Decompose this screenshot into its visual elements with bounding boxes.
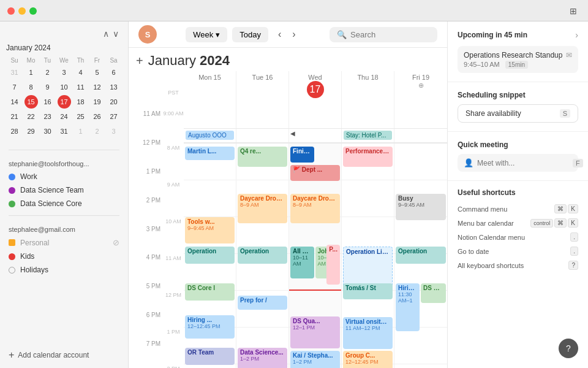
mini-cal-day[interactable]: 25 xyxy=(74,110,88,123)
mini-cal-day[interactable]: 11 xyxy=(74,80,88,94)
mini-cal-day[interactable]: 1 xyxy=(24,66,38,79)
event-prep-for[interactable]: Prep for / xyxy=(238,296,287,310)
calendar-main: S Week ▾ Today ‹ › 🔍 xyxy=(129,21,447,368)
event-hiring-mon[interactable]: Hiring ... 12–12:45 PM xyxy=(185,315,235,339)
mini-cal-day[interactable]: 27 xyxy=(107,110,121,123)
mini-cal-day[interactable]: 4 xyxy=(74,66,88,79)
mini-cal-day[interactable]: 10 xyxy=(58,80,71,94)
mini-cal-day[interactable]: 26 xyxy=(91,110,104,123)
add-calendar-button[interactable]: + Add calendar account xyxy=(0,347,128,363)
minimize-button[interactable] xyxy=(18,7,26,15)
event-tomas-st[interactable]: Tomás / St xyxy=(343,283,393,299)
mini-cal-day[interactable]: 29 xyxy=(24,125,38,138)
event-kai-stepha[interactable]: Kai / Stepha... 1–2 PM xyxy=(290,351,340,368)
add-fri-button[interactable]: ⊕ xyxy=(418,82,424,90)
mini-cal-next[interactable]: ∨ xyxy=(111,29,121,39)
event-ds-core-mon[interactable]: DS Core l xyxy=(185,283,235,301)
mini-cal-day[interactable]: 23 xyxy=(41,110,55,123)
mini-cal-prev[interactable]: ∧ xyxy=(101,29,111,39)
all-day-event-hotel[interactable]: Stay: Hotel P... xyxy=(344,131,392,140)
today-button[interactable]: Today xyxy=(232,27,268,42)
event-finish-p[interactable]: Finish p... xyxy=(290,147,314,163)
event-operation-fri[interactable]: Operation xyxy=(396,247,446,264)
split-view-button[interactable]: ⊞ xyxy=(566,5,581,17)
event-all-hands[interactable]: All Hands 10–11 AM xyxy=(290,247,314,278)
mini-cal-day[interactable]: 9 xyxy=(41,80,55,94)
mini-cal-day[interactable]: 21 xyxy=(8,110,21,123)
event-or-team[interactable]: OR Team xyxy=(185,348,235,365)
week-selector[interactable]: Week ▾ xyxy=(186,27,227,42)
mini-cal-day[interactable]: 30 xyxy=(41,125,55,138)
event-p-wed[interactable]: P... xyxy=(326,245,340,285)
search-input[interactable] xyxy=(350,30,430,39)
event-operation-tue[interactable]: Operation xyxy=(238,247,287,264)
close-button[interactable] xyxy=(7,7,15,15)
event-tools-w[interactable]: Tools w... 9–9:45 AM xyxy=(185,217,235,243)
calendar-holidays[interactable]: Holidays xyxy=(0,263,128,277)
mini-cal-day[interactable]: 8 xyxy=(24,80,38,94)
event-daycare-wed[interactable]: Daycare Dropoff 8–9 AM xyxy=(290,194,340,223)
event-performance-review[interactable]: Performance review talk... xyxy=(343,147,393,167)
mini-cal-day[interactable]: 12 xyxy=(91,80,104,94)
add-event-button[interactable]: + xyxy=(136,54,143,68)
event-virtual-onsite[interactable]: Virtual onsite ... 11 AM–12 PM xyxy=(343,317,393,349)
mini-cal-day[interactable]: 2 xyxy=(91,125,104,138)
shortcuts-title: Useful shortcuts xyxy=(458,188,578,197)
event-operation-mon[interactable]: Operation xyxy=(185,247,235,264)
all-day-cells: Augusto OOO ◀ Stay: Hotel P... xyxy=(184,129,447,144)
mini-cal-day[interactable]: 31 xyxy=(58,125,71,138)
calendar-work[interactable]: Work xyxy=(0,170,128,183)
search-box[interactable]: 🔍 xyxy=(330,27,437,42)
mini-cal-day-17-today[interactable]: 17 xyxy=(58,95,71,109)
next-week-button[interactable]: › xyxy=(287,26,300,42)
mini-cal-day[interactable]: 14 xyxy=(8,95,21,109)
day-col-wed: Finish p... 🚩 Dept ... Daycare Dropoff 8… xyxy=(289,144,342,368)
mini-cal-day[interactable]: 22 xyxy=(24,110,38,123)
mini-cal-day[interactable]: 19 xyxy=(91,95,104,109)
mini-cal-day[interactable]: 18 xyxy=(74,95,88,109)
event-ds-qua[interactable]: DS Qua... 12–1 PM xyxy=(290,316,340,348)
work-cal-dot xyxy=(9,174,15,180)
meet-with-input[interactable] xyxy=(477,159,569,167)
mini-cal-day[interactable]: 3 xyxy=(107,125,121,138)
mini-cal-day[interactable]: 6 xyxy=(107,66,121,79)
mini-cal-day[interactable]: 20 xyxy=(107,95,121,109)
event-daycare-tue[interactable]: Daycare Dropoff 8–9 AM xyxy=(238,194,287,223)
calendar-kids[interactable]: Kids xyxy=(0,250,128,263)
help-button[interactable]: ? xyxy=(559,339,578,358)
personal-toggle-icon[interactable]: ⊘ xyxy=(113,238,119,247)
event-hiring-manage[interactable]: Hiring Manage... 11:30 AM–1 xyxy=(396,283,420,331)
quick-meeting-title: Quick meeting xyxy=(458,140,578,149)
prev-week-button[interactable]: ‹ xyxy=(273,26,286,42)
shortcut-keys-notion: . xyxy=(570,232,578,242)
event-q4-re[interactable]: Q4 re... xyxy=(238,147,287,167)
mini-cal-day[interactable]: 31 xyxy=(8,66,21,79)
calendar-data-science-team[interactable]: Data Science Team xyxy=(0,183,128,197)
maximize-button[interactable] xyxy=(29,7,37,15)
user-avatar[interactable]: S xyxy=(138,25,157,44)
mini-cal-day[interactable]: 16 xyxy=(41,95,55,109)
upcoming-event-card[interactable]: Operations Research Standup ✉ 9:45–10 AM… xyxy=(458,46,578,73)
event-busy-fri-1[interactable]: Busy 9–9:45 AM xyxy=(396,194,446,220)
mini-calendar: January 2024 Su Mo Tu We Th Fr Sa 31 1 2… xyxy=(0,44,128,145)
share-availability-button[interactable]: Share availability S xyxy=(458,104,578,123)
all-day-fri xyxy=(394,129,447,142)
mini-cal-day[interactable]: 3 xyxy=(58,66,71,79)
mini-cal-day[interactable]: 5 xyxy=(91,66,104,79)
event-data-science-tue-1[interactable]: Data Science... 1–2 PM xyxy=(238,348,287,368)
event-martin[interactable]: Martin L... xyxy=(185,147,235,160)
mini-cal-day[interactable]: 2 xyxy=(41,66,55,79)
mini-cal-day[interactable]: 24 xyxy=(58,110,71,123)
mini-cal-day[interactable]: 28 xyxy=(8,125,21,138)
all-day-event-augusto[interactable]: Augusto OOO xyxy=(186,131,234,140)
mini-cal-day[interactable]: 7 xyxy=(8,80,21,94)
upcoming-arrow[interactable]: › xyxy=(575,30,578,40)
event-ds-core-s[interactable]: DS Core S xyxy=(421,283,446,303)
event-group-c[interactable]: Group C... 12–12:45 PM xyxy=(343,351,393,368)
mini-cal-day-15[interactable]: 15 xyxy=(24,95,38,109)
calendar-data-science-core[interactable]: Data Science Core xyxy=(0,197,128,210)
mini-cal-day[interactable]: 1 xyxy=(74,125,88,138)
event-dept[interactable]: 🚩 Dept ... xyxy=(290,165,340,181)
day-header-fri: Fri 19 ⊕ xyxy=(394,71,447,128)
mini-cal-day[interactable]: 13 xyxy=(107,80,121,94)
